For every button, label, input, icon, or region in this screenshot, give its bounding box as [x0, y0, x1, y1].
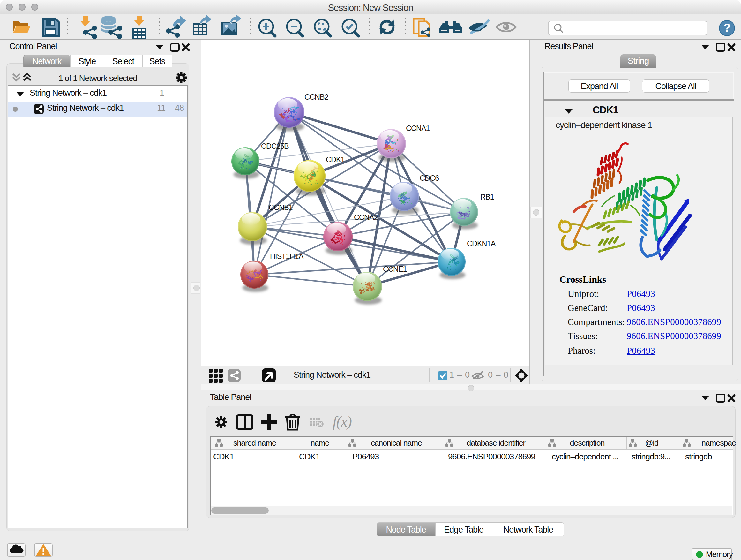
svg-text:CDK1: CDK1: [326, 155, 345, 164]
svg-text:CCNA1: CCNA1: [406, 124, 430, 132]
svg-text:CCNE1: CCNE1: [383, 265, 407, 273]
svg-text:CCNB1: CCNB1: [269, 203, 293, 212]
svg-text:RB1: RB1: [480, 193, 494, 201]
svg-text:CCNA2: CCNA2: [354, 213, 378, 222]
svg-text:?: ?: [724, 21, 731, 35]
svg-text:f(x): f(x): [333, 414, 351, 430]
svg-text:CDKN1A: CDKN1A: [467, 240, 496, 248]
svg-text:CCNB2: CCNB2: [305, 93, 328, 101]
svg-text:CDC6: CDC6: [420, 174, 439, 182]
svg-text:CDC25B: CDC25B: [261, 142, 289, 150]
svg-text:HIST1H1A: HIST1H1A: [270, 252, 304, 260]
